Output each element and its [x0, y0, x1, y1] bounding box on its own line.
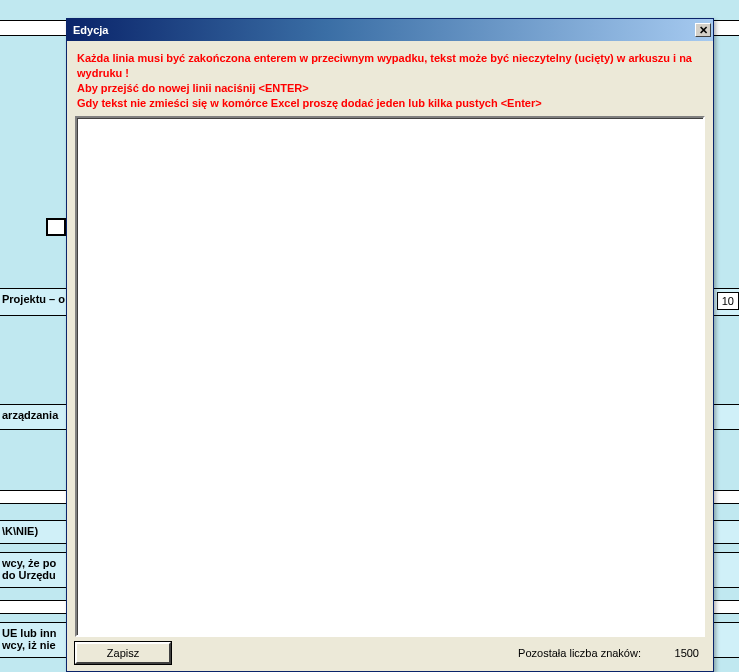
bg-label: Projektu – o [2, 293, 65, 305]
close-icon: ✕ [699, 25, 708, 36]
instruction-line: Każda linia musi być zakończona enterem … [77, 51, 703, 81]
bg-label: arządzania [2, 409, 58, 421]
bg-label: wcy, iż nie [2, 639, 56, 651]
bg-label: do Urzędu [2, 569, 56, 581]
bg-cell [46, 218, 66, 236]
titlebar[interactable]: Edycja ✕ [67, 19, 713, 41]
bg-cell-right: 10 [717, 292, 739, 310]
char-count-label: Pozostała liczba znaków: [518, 647, 641, 659]
dialog-title: Edycja [73, 24, 108, 36]
edit-textarea[interactable] [75, 116, 705, 637]
instructions-text: Każda linia musi być zakończona enterem … [75, 45, 705, 116]
edit-dialog: Edycja ✕ Każda linia musi być zakończona… [66, 18, 714, 672]
bg-label: \K\NIE) [2, 525, 38, 537]
instruction-line: Gdy tekst nie zmieści się w komórce Exce… [77, 96, 703, 111]
char-count-value: 1500 [659, 647, 699, 659]
close-button[interactable]: ✕ [695, 23, 711, 37]
dialog-footer: Zapisz Pozostała liczba znaków: 1500 [75, 641, 705, 665]
bg-label: wcy, że po [2, 557, 56, 569]
save-button[interactable]: Zapisz [75, 642, 171, 664]
bg-label: UE lub inn [2, 627, 56, 639]
dialog-body: Każda linia musi być zakończona enterem … [67, 41, 713, 671]
instruction-line: Aby przejść do nowej linii naciśnij <ENT… [77, 81, 703, 96]
